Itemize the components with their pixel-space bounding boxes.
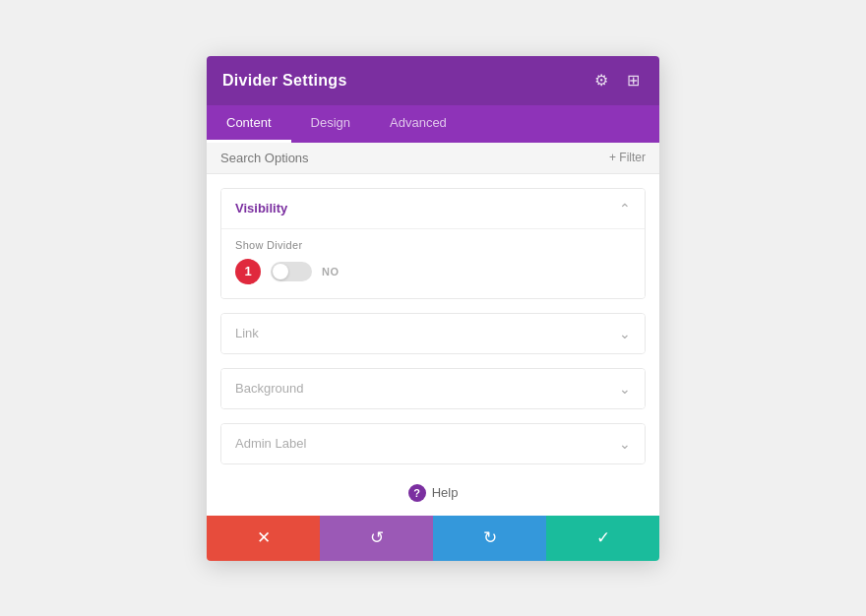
tabs-bar: Content Design Advanced — [207, 105, 659, 143]
header-icons: ⚙ ⊞ — [590, 70, 644, 92]
visibility-section: Visibility ⌃ Show Divider 1 NO — [220, 188, 646, 299]
toggle-no-label: NO — [322, 266, 340, 277]
redo-button[interactable]: ↻ — [433, 516, 546, 561]
admin-label-section: Admin Label ⌄ — [220, 423, 646, 464]
save-icon: ✓ — [596, 527, 610, 548]
undo-button[interactable]: ↺ — [320, 516, 433, 561]
admin-label-chevron-icon: ⌄ — [619, 436, 631, 452]
panel-title: Divider Settings — [222, 72, 347, 90]
visibility-title: Visibility — [235, 201, 287, 216]
background-chevron-icon: ⌄ — [619, 381, 631, 397]
visibility-section-body: Show Divider 1 NO — [221, 228, 645, 298]
admin-label-section-header[interactable]: Admin Label ⌄ — [221, 424, 645, 463]
columns-icon[interactable]: ⊞ — [622, 70, 644, 92]
cancel-button[interactable]: ✕ — [207, 516, 320, 561]
redo-icon: ↻ — [483, 527, 497, 548]
show-divider-label: Show Divider — [235, 239, 631, 251]
divider-settings-panel: Divider Settings ⚙ ⊞ Content Design Adva… — [207, 56, 659, 561]
panel-header: Divider Settings ⚙ ⊞ — [207, 56, 659, 105]
show-divider-toggle[interactable] — [271, 262, 312, 281]
panel-body: Visibility ⌃ Show Divider 1 NO Link ⌄ — [207, 174, 659, 516]
visibility-chevron-icon: ⌃ — [619, 201, 631, 216]
search-bar: + Filter — [207, 143, 659, 174]
toggle-knob — [273, 264, 288, 279]
link-chevron-icon: ⌄ — [619, 326, 631, 341]
background-section: Background ⌄ — [220, 368, 646, 409]
help-icon: ? — [408, 484, 426, 502]
link-section: Link ⌄ — [220, 313, 646, 354]
link-title: Link — [235, 326, 259, 340]
step-badge: 1 — [235, 259, 261, 284]
undo-icon: ↺ — [370, 527, 384, 548]
cancel-icon: ✕ — [257, 527, 271, 548]
settings-icon[interactable]: ⚙ — [590, 70, 612, 92]
help-row: ? Help — [220, 484, 646, 502]
search-input[interactable] — [220, 151, 561, 165]
tab-content[interactable]: Content — [207, 105, 291, 143]
filter-button[interactable]: + Filter — [609, 151, 646, 164]
visibility-section-header[interactable]: Visibility ⌃ — [221, 189, 645, 228]
help-label[interactable]: Help — [432, 485, 459, 500]
tab-advanced[interactable]: Advanced — [370, 105, 466, 143]
toggle-row: 1 NO — [235, 259, 631, 284]
background-section-header[interactable]: Background ⌄ — [221, 369, 645, 408]
save-button[interactable]: ✓ — [546, 516, 659, 561]
tab-design[interactable]: Design — [291, 105, 370, 143]
link-section-header[interactable]: Link ⌄ — [221, 314, 645, 353]
panel-footer: ✕ ↺ ↻ ✓ — [207, 516, 659, 561]
admin-label-title: Admin Label — [235, 436, 306, 451]
background-title: Background — [235, 381, 303, 396]
